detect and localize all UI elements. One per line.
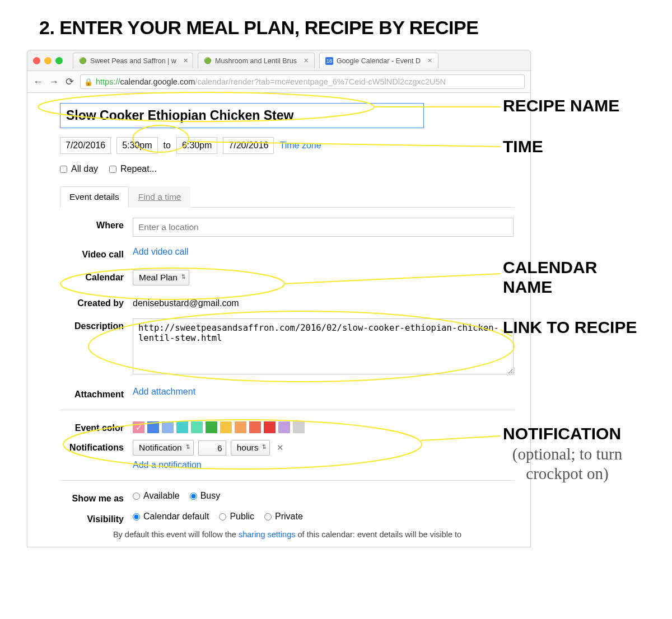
tab-find-a-time[interactable]: Find a time: [129, 186, 191, 208]
color-swatch[interactable]: [176, 421, 188, 433]
allday-checkbox[interactable]: All day: [60, 164, 98, 174]
close-tab-icon[interactable]: ✕: [427, 57, 432, 64]
timezone-link[interactable]: Time zone: [279, 140, 321, 151]
calendar-label: Calendar: [60, 270, 133, 285]
tab-event-details[interactable]: Event details: [60, 186, 129, 208]
zoom-window-icon[interactable]: [55, 57, 63, 64]
address-bar[interactable]: 🔒 https://calendar.google.com/calendar/r…: [80, 74, 525, 89]
annotation-notification-sub: (optional; to turn crockpot on): [492, 444, 643, 484]
page-title: 2. ENTER YOUR MEAL PLAN, RECIPE BY RECIP…: [39, 17, 672, 39]
end-date-input[interactable]: 7/20/2016: [223, 137, 274, 154]
close-tab-icon[interactable]: ✕: [183, 57, 188, 64]
color-swatch[interactable]: [162, 421, 174, 433]
url-host: calendar.google.com: [120, 77, 195, 86]
showme-label: Show me as: [60, 491, 133, 504]
createdby-value: denisebustard@gmail.com: [133, 296, 515, 308]
visibility-label: Visibility: [60, 512, 133, 524]
annotation-recipe-name: RECIPE NAME: [503, 96, 619, 116]
where-label: Where: [60, 218, 133, 237]
color-swatch[interactable]: [249, 421, 261, 433]
favicon-icon: 18: [325, 57, 333, 65]
color-swatches: ✓: [133, 421, 515, 433]
repeat-checkbox[interactable]: Repeat...: [109, 164, 157, 174]
favicon-icon: 🟢: [204, 57, 212, 65]
showme-busy-radio[interactable]: Busy: [190, 491, 221, 501]
event-date-row: 7/20/2016 5:30pm to 6:30pm 7/20/2016 Tim…: [60, 137, 515, 154]
tab-title: Mushroom and Lentil Brus: [215, 57, 297, 65]
description-textarea[interactable]: [133, 318, 514, 374]
createdby-label: Created by: [60, 296, 133, 308]
calendar-select[interactable]: Meal Plan: [133, 270, 189, 285]
lock-icon: 🔒: [84, 78, 93, 86]
minimize-window-icon[interactable]: [44, 57, 52, 64]
back-button[interactable]: ←: [33, 77, 43, 87]
description-label: Description: [60, 318, 133, 377]
annotation-calendar-name: CALENDAR NAME: [503, 258, 648, 297]
visibility-message: By default this event will follow the sh…: [60, 530, 515, 539]
start-date-input[interactable]: 7/20/2016: [60, 137, 111, 154]
browser-window: 🟢 Sweet Peas and Saffron | w ✕ 🟢 Mushroo…: [27, 50, 531, 547]
tab-title: Google Calendar - Event D: [337, 57, 421, 65]
videocall-label: Video call: [60, 247, 133, 260]
color-swatch[interactable]: [278, 421, 290, 433]
close-tab-icon[interactable]: ✕: [304, 57, 309, 64]
color-swatch[interactable]: [147, 421, 159, 433]
url-path: /calendar/render?tab=mc#eventpage_6%7Cei…: [195, 77, 446, 86]
close-window-icon[interactable]: [33, 57, 40, 64]
color-swatch[interactable]: [191, 421, 203, 433]
notification-unit-select[interactable]: hours: [231, 440, 270, 456]
annotation-time: TIME: [503, 137, 543, 157]
color-swatch[interactable]: [206, 421, 217, 433]
visibility-public-radio[interactable]: Public: [219, 512, 254, 522]
end-time-input[interactable]: 6:30pm: [176, 137, 217, 154]
annotation-link-to-recipe: LINK TO RECIPE: [503, 317, 637, 337]
remove-notification-icon[interactable]: ✕: [274, 443, 286, 453]
browser-tab-2[interactable]: 🟢 Mushroom and Lentil Brus ✕: [198, 53, 315, 68]
favicon-icon: 🟢: [79, 57, 87, 65]
notification-value-input[interactable]: [198, 440, 226, 456]
add-attachment-link[interactable]: Add attachment: [133, 387, 195, 396]
browser-tab-3-active[interactable]: 18 Google Calendar - Event D ✕: [319, 53, 438, 68]
notifications-label: Notifications: [60, 440, 133, 470]
visibility-private-radio[interactable]: Private: [264, 512, 303, 522]
detail-tabs: Event details Find a time: [60, 186, 515, 208]
url-protocol: https://: [96, 77, 120, 86]
color-swatch[interactable]: [293, 421, 305, 433]
browser-tab-1[interactable]: 🟢 Sweet Peas and Saffron | w ✕: [73, 53, 193, 68]
add-video-call-link[interactable]: Add video call: [133, 247, 189, 256]
color-swatch[interactable]: [235, 421, 246, 433]
add-notification-link[interactable]: Add a notification: [133, 460, 202, 470]
color-swatch[interactable]: [264, 421, 276, 433]
reload-button[interactable]: ⟳: [64, 77, 74, 87]
notification-type-select[interactable]: Notification: [133, 440, 194, 456]
visibility-default-radio[interactable]: Calendar default: [133, 512, 209, 522]
where-input[interactable]: [133, 218, 514, 237]
attachment-label: Attachment: [60, 387, 133, 400]
annotation-notification: NOTIFICATION: [503, 424, 621, 444]
sharing-settings-link[interactable]: sharing settings: [239, 530, 296, 539]
tab-title: Sweet Peas and Saffron | w: [90, 57, 176, 65]
event-title-input[interactable]: [60, 103, 424, 128]
color-swatch[interactable]: [220, 421, 232, 433]
to-label: to: [164, 140, 171, 151]
browser-toolbar: ← → ⟳ 🔒 https://calendar.google.com/cale…: [27, 71, 530, 93]
showme-available-radio[interactable]: Available: [133, 491, 180, 501]
window-controls[interactable]: [33, 57, 63, 64]
eventcolor-label: Event color: [60, 420, 133, 433]
event-form: 7/20/2016 5:30pm to 6:30pm 7/20/2016 Tim…: [27, 93, 530, 547]
tab-bar: 🟢 Sweet Peas and Saffron | w ✕ 🟢 Mushroo…: [27, 50, 530, 71]
forward-button[interactable]: →: [49, 77, 59, 87]
start-time-input[interactable]: 5:30pm: [116, 137, 157, 154]
color-swatch[interactable]: ✓: [133, 421, 144, 433]
